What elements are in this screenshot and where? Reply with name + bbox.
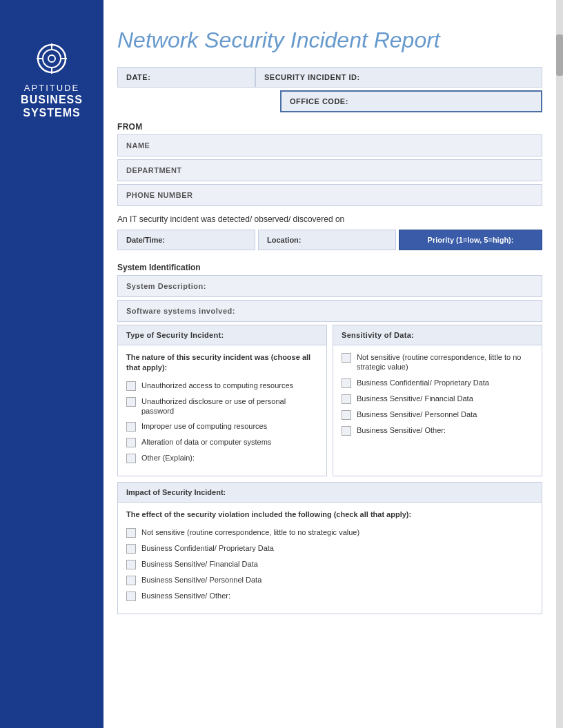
type-checkbox-label-2: Unauthorized disclosure or use of person…: [141, 396, 318, 416]
impact-section: Impact of Security Incident: The effect …: [117, 482, 542, 614]
top-fields-row: DATE: SECURITY INCIDENT ID:: [117, 67, 542, 88]
target-icon: [34, 41, 69, 76]
sensitivity-checkbox-label-5: Business Sensitive/ Other:: [357, 425, 446, 435]
sensitivity-checkbox-item-3: Business Sensitive/ Financial Data: [342, 394, 533, 404]
impact-checkbox-1[interactable]: [126, 528, 136, 538]
sensitivity-checkbox-label-1: Not sensitive (routine correspondence, l…: [357, 352, 533, 372]
incident-text: An IT security incident was detected/ ob…: [117, 214, 542, 224]
sensitivity-section-header: Sensitivity of Data:: [333, 325, 542, 345]
detection-row: Date/Time: Location: Priority (1=low, 5=…: [117, 230, 542, 250]
impact-section-header: Impact of Security Incident:: [118, 483, 542, 503]
type-section-header: Type of Security Incident:: [118, 325, 326, 345]
sensitivity-checkbox-item-2: Business Confidential/ Proprietary Data: [342, 378, 533, 388]
priority-field[interactable]: Priority (1=low, 5=high):: [399, 230, 542, 250]
company-name-line2: BUSINESS SYSTEMS: [21, 93, 83, 119]
company-name-line1: APTITUDE: [24, 83, 79, 93]
from-label: FROM: [117, 118, 542, 134]
type-checkbox-item-2: Unauthorized disclosure or use of person…: [126, 396, 318, 416]
sensitivity-checkbox-item-4: Business Sensitive/ Personnel Data: [342, 410, 533, 420]
type-sensitivity-section: Type of Security Incident: The nature of…: [117, 325, 542, 476]
impact-intro: The effect of the security violation inc…: [126, 509, 533, 520]
type-checkbox-item-3: Improper use of computing resources: [126, 421, 318, 432]
type-checkbox-label-1: Unauthorized access to computing resourc…: [141, 381, 293, 390]
sensitivity-checkbox-item-1: Not sensitive (routine correspondence, l…: [342, 352, 533, 372]
type-checkbox-1[interactable]: [126, 381, 136, 391]
impact-checkbox-label-4: Business Sensitive/ Personnel Data: [141, 575, 261, 585]
type-checkbox-5[interactable]: [126, 454, 136, 463]
main-content: Network Security Incident Report DATE: S…: [103, 0, 556, 647]
impact-checkbox-item-3: Business Sensitive/ Financial Data: [126, 559, 533, 569]
security-id-label: SECURITY INCIDENT ID:: [255, 67, 542, 88]
date-label: DATE:: [117, 67, 255, 88]
impact-checkbox-label-1: Not sensitive (routine correspondence, l…: [141, 527, 359, 537]
type-checkbox-item-1: Unauthorized access to computing resourc…: [126, 381, 318, 391]
svg-point-2: [48, 55, 55, 62]
type-checkbox-label-3: Improper use of computing resources: [141, 421, 267, 431]
impact-checkbox-item-5: Business Sensitive/ Other:: [126, 591, 533, 601]
location-field[interactable]: Location:: [258, 230, 396, 250]
report-title: Network Security Incident Report: [117, 28, 542, 53]
type-section: Type of Security Incident: The nature of…: [117, 325, 327, 476]
impact-checkbox-item-4: Business Sensitive/ Personnel Data: [126, 575, 533, 585]
impact-checkbox-4[interactable]: [126, 576, 136, 585]
sensitivity-checkbox-item-5: Business Sensitive/ Other:: [342, 425, 533, 436]
software-systems-field[interactable]: Software systems involved:: [117, 300, 542, 322]
sensitivity-checkbox-3[interactable]: [342, 394, 351, 404]
sensitivity-checkbox-label-4: Business Sensitive/ Personnel Data: [357, 410, 477, 419]
sensitivity-checkbox-5[interactable]: [342, 426, 351, 436]
datetime-field[interactable]: Date/Time:: [117, 230, 255, 250]
type-checkbox-label-5: Other (Explain):: [141, 453, 195, 463]
type-section-body: The nature of this security incident was…: [118, 345, 326, 476]
sidebar: APTITUDE BUSINESS SYSTEMS: [0, 0, 103, 728]
impact-checkbox-label-5: Business Sensitive/ Other:: [141, 591, 230, 600]
type-checkbox-label-4: Alteration of data or computer systems: [141, 437, 271, 447]
type-intro: The nature of this security incident was…: [126, 352, 318, 374]
impact-checkbox-label-2: Business Confidential/ Proprietary Data: [141, 543, 274, 553]
impact-checkbox-3[interactable]: [126, 560, 136, 569]
office-code-label: OFFICE CODE:: [280, 90, 542, 112]
type-checkbox-item-4: Alteration of data or computer systems: [126, 437, 318, 447]
impact-checkbox-item-2: Business Confidential/ Proprietary Data: [126, 543, 533, 554]
sensitivity-checkbox-1[interactable]: [342, 353, 351, 363]
impact-checkbox-5[interactable]: [126, 592, 136, 601]
sensitivity-section-body: Not sensitive (routine correspondence, l…: [333, 345, 542, 448]
sensitivity-checkbox-2[interactable]: [342, 378, 351, 388]
name-field[interactable]: NAME: [117, 134, 542, 156]
sensitivity-checkbox-label-3: Business Sensitive/ Financial Data: [357, 394, 473, 403]
system-description-field[interactable]: System Description:: [117, 275, 542, 297]
impact-checkbox-2[interactable]: [126, 544, 136, 554]
phone-field[interactable]: PHONE NUMBER: [117, 184, 542, 206]
department-field[interactable]: DEPARTMENT: [117, 159, 542, 181]
sensitivity-checkbox-label-2: Business Confidential/ Proprietary Data: [357, 378, 489, 387]
sensitivity-checkbox-4[interactable]: [342, 410, 351, 420]
office-code-row: OFFICE CODE:: [117, 90, 542, 112]
impact-section-body: The effect of the security violation inc…: [118, 503, 542, 613]
sensitivity-section: Sensitivity of Data: Not sensitive (rout…: [333, 325, 542, 476]
system-identification-header: System Identification: [117, 259, 542, 275]
scrollbar-thumb[interactable]: [556, 34, 563, 76]
type-checkbox-2[interactable]: [126, 397, 136, 407]
impact-checkbox-item-1: Not sensitive (routine correspondence, l…: [126, 527, 533, 538]
type-checkbox-3[interactable]: [126, 422, 136, 432]
type-checkbox-4[interactable]: [126, 438, 136, 447]
type-checkbox-item-5: Other (Explain):: [126, 453, 318, 463]
impact-checkbox-label-3: Business Sensitive/ Financial Data: [141, 559, 258, 569]
scrollbar[interactable]: [556, 0, 563, 728]
svg-point-1: [43, 50, 61, 68]
